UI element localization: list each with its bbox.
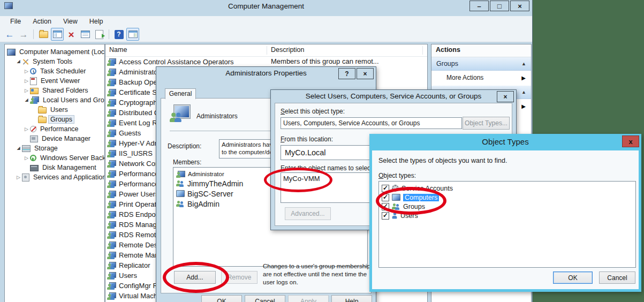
show-console-tree-button[interactable] (51, 28, 64, 41)
membership-note: Changes to a user's group membership are… (263, 262, 374, 286)
tree-item-windows-server-backup[interactable]: ▷Windows Server Backup (5, 153, 104, 163)
apply-button[interactable]: Apply (288, 295, 329, 302)
expander-icon[interactable]: ◢ (15, 146, 22, 150)
group2-icon (176, 180, 185, 187)
cancel-button[interactable]: Cancel (599, 271, 635, 284)
ok-button[interactable]: OK (201, 295, 242, 302)
menu-help[interactable]: Help (84, 17, 109, 26)
menu-view[interactable]: View (57, 17, 84, 26)
tree-item-device-manager[interactable]: Device Manager (5, 134, 104, 144)
tree-item-shared-folders[interactable]: ▷Shared Folders (5, 86, 104, 95)
tools-icon (22, 58, 29, 65)
object-types-dialog-title[interactable]: Object Types (369, 134, 641, 150)
object-type-row-service-accounts[interactable]: Service Accounts (382, 184, 635, 193)
administrators-group-icon (170, 105, 191, 122)
close-icon[interactable]: × (357, 68, 374, 79)
tree-item-computer-management-local-[interactable]: Computer Management (Local) (5, 47, 104, 57)
group-icon (107, 282, 116, 290)
expander-icon[interactable]: ▷ (23, 69, 30, 74)
checkbox-checked-icon[interactable] (382, 203, 389, 210)
forward-button[interactable]: → (17, 28, 30, 41)
group-icon (107, 211, 116, 218)
group-description: Members of this group can remot... (271, 57, 379, 65)
tree-item-task-scheduler[interactable]: ▷Task Scheduler (5, 66, 104, 76)
object-types-listbox[interactable]: Service AccountsComputersGroupsUsers (378, 181, 636, 268)
column-separator[interactable] (267, 46, 267, 55)
column-name[interactable]: Name (109, 46, 127, 54)
object-type-row-users[interactable]: Users (382, 211, 635, 220)
clock-icon (30, 68, 36, 74)
expander-icon[interactable]: ▷ (23, 79, 30, 84)
close-button[interactable]: × (510, 1, 529, 11)
tab-general[interactable]: General (165, 88, 196, 99)
backup-icon (30, 155, 36, 161)
up-one-level-button[interactable] (37, 28, 50, 41)
expander-icon[interactable]: ◢ (15, 59, 22, 64)
window-titlebar[interactable]: Computer Management – □ × (0, 0, 532, 15)
add-button[interactable]: Add... (174, 271, 216, 284)
minimize-button[interactable]: – (469, 1, 489, 11)
tree-item-local-users-and-groups[interactable]: ◢Local Users and Groups (5, 95, 104, 105)
menu-file[interactable]: File (4, 17, 27, 26)
help-button[interactable]: Help (331, 295, 372, 302)
group-name: Replicator (119, 261, 150, 269)
close-icon[interactable]: x (622, 135, 639, 147)
delete-button[interactable]: × (65, 28, 78, 41)
column-description[interactable]: Description (271, 46, 305, 54)
tree-item-system-tools[interactable]: ◢System Tools (5, 57, 104, 66)
expander-icon[interactable]: ◢ (23, 98, 30, 102)
tree-item-services-and-applications[interactable]: ▷Services and Applications (5, 172, 104, 182)
tree-item-event-viewer[interactable]: ▷Event Viewer (5, 76, 104, 86)
performance-icon (30, 126, 36, 132)
tree-item-disk-management[interactable]: Disk Management (5, 163, 104, 172)
members-label: Members: (173, 158, 201, 166)
back-button[interactable]: ← (3, 28, 16, 41)
remove-button[interactable]: Remove (221, 271, 257, 284)
actions-item-more-actions[interactable]: More Actions▶ (431, 71, 531, 85)
advanced-button[interactable]: Advanced... (285, 207, 331, 220)
object-types-button[interactable]: Object Types... (463, 117, 510, 130)
expander-icon[interactable]: ▷ (23, 127, 30, 132)
column-separator[interactable] (422, 46, 423, 55)
userpc-icon (176, 171, 185, 178)
checkbox-checked-icon[interactable] (382, 212, 389, 220)
tree-item-groups[interactable]: Groups (5, 115, 104, 124)
tree-item-label: Event Viewer (39, 77, 81, 85)
help-caption-button[interactable]: ? (338, 68, 355, 79)
tree-item-label: Users (49, 106, 70, 114)
ok-button[interactable]: OK (553, 271, 593, 284)
tree-item-users[interactable]: Users (5, 105, 104, 115)
menu-action[interactable]: Action (27, 17, 57, 26)
expander-icon[interactable]: ▷ (23, 88, 30, 93)
expander-icon[interactable]: ▷ (23, 156, 30, 161)
flyout-arrow-icon: ▶ (521, 75, 526, 81)
pc-icon (392, 194, 400, 201)
member-name: BigSC-Server (187, 190, 233, 198)
group-icon (107, 180, 116, 188)
object-type-field[interactable]: Users, Computers, Service Accounts, or G… (281, 117, 462, 129)
group-icon (107, 109, 116, 117)
group-icon (107, 130, 116, 137)
tree-item-storage[interactable]: ◢Storage (5, 144, 104, 153)
list-column-header[interactable]: Name Description (105, 44, 427, 57)
show-action-pane-button[interactable] (126, 28, 139, 41)
actions-pane-title: Actions (431, 44, 531, 57)
close-icon[interactable]: × (497, 91, 514, 102)
checkbox-checked-icon[interactable] (382, 194, 389, 201)
help-button[interactable]: ? (112, 28, 125, 41)
tree-item-performance[interactable]: ▷Performance (5, 124, 104, 134)
maximize-button[interactable]: □ (490, 1, 509, 11)
object-types-intro: Select the types of objects you want to … (378, 157, 507, 164)
select-dialog-title[interactable]: Select Users, Computers, Service Account… (271, 90, 516, 103)
collapse-icon: ▲ (521, 89, 526, 95)
object-type-row-computers[interactable]: Computers (382, 193, 635, 202)
object-type-row-groups[interactable]: Groups (382, 202, 635, 211)
properties-button[interactable] (79, 28, 92, 41)
expander-icon[interactable]: ▷ (15, 175, 22, 180)
export-list-button[interactable] (93, 28, 105, 41)
actions-section-header-groups[interactable]: Groups▲ (431, 57, 531, 71)
toolbar: ←→×? (0, 27, 532, 42)
checkbox-checked-icon[interactable] (382, 185, 389, 192)
cancel-button[interactable]: Cancel (245, 295, 285, 302)
list-item-access-control-assistance-operators[interactable]: Access Control Assistance OperatorsMembe… (105, 57, 427, 67)
